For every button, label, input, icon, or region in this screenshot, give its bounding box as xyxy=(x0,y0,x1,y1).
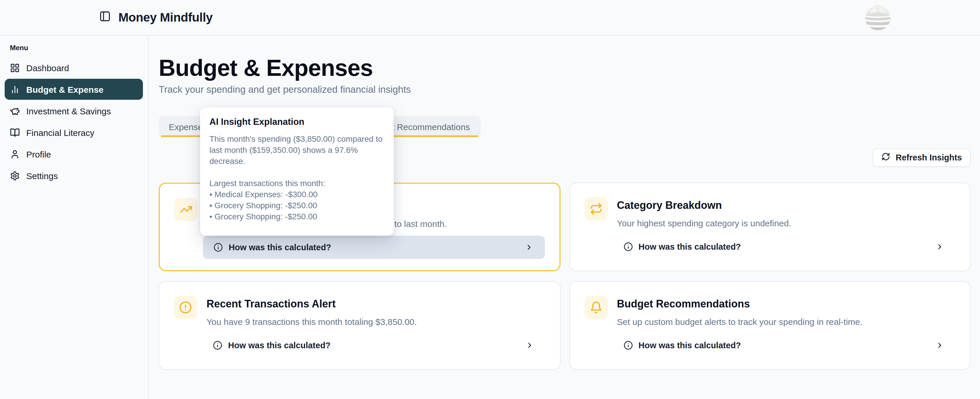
card-description: You have 9 transactions this month total… xyxy=(207,316,545,327)
info-icon xyxy=(213,341,222,350)
info-icon xyxy=(213,243,223,252)
panel-left-icon xyxy=(99,11,111,24)
refresh-icon xyxy=(882,152,891,163)
sidebar-item-dashboard[interactable]: Dashboard xyxy=(5,57,143,78)
chevron-right-icon xyxy=(525,243,533,251)
repeat-icon xyxy=(584,197,608,221)
card-category-breakdown: Category Breakdown Your highest spending… xyxy=(569,183,970,271)
how-calculated-button[interactable]: How was this calculated? xyxy=(613,235,956,258)
sidebar-item-label: Settings xyxy=(26,171,58,181)
top-header: Money Mindfully xyxy=(0,0,980,36)
info-icon xyxy=(623,341,633,350)
app-window: Money Mindfully xyxy=(0,0,980,399)
card-recent-transactions-alert: Recent Transactions Alert You have 9 tra… xyxy=(159,281,560,370)
sidebar-item-investment-savings[interactable]: Investment & Savings xyxy=(5,100,143,121)
info-icon xyxy=(623,242,633,251)
chevron-right-icon xyxy=(935,243,944,251)
how-calculated-button[interactable]: How was this calculated? xyxy=(203,236,544,259)
sidebar-item-settings[interactable]: Settings xyxy=(5,165,143,186)
card-title: Recent Transactions Alert xyxy=(207,297,545,310)
gear-icon xyxy=(10,171,20,181)
how-calculated-label: How was this calculated? xyxy=(229,243,331,252)
app-title: Money Mindfully xyxy=(118,11,213,24)
sidebar-item-label: Financial Literacy xyxy=(26,127,94,137)
card-description: Your highest spending category is undefi… xyxy=(617,218,956,229)
sidebar-item-label: Dashboard xyxy=(26,63,69,73)
trending-up-icon xyxy=(174,198,198,221)
layout-grid-icon xyxy=(10,63,20,73)
book-open-icon xyxy=(10,127,20,137)
sidebar-item-label: Budget & Expense xyxy=(26,84,103,94)
user-icon xyxy=(10,149,20,159)
sidebar-item-profile[interactable]: Profile xyxy=(5,143,143,164)
avatar[interactable] xyxy=(865,5,891,30)
refresh-insights-label: Refresh Insights xyxy=(896,153,962,162)
sidebar-section-label: Menu xyxy=(10,44,148,52)
popover-title: AI Insight Explanation xyxy=(209,117,384,127)
bell-icon xyxy=(584,296,608,319)
page-title: Budget & Expenses xyxy=(159,55,970,81)
how-calculated-button[interactable]: How was this calculated? xyxy=(613,334,956,357)
avatar-image xyxy=(865,5,891,30)
page-subtitle: Track your spending and get personalized… xyxy=(159,83,970,96)
piggy-bank-icon xyxy=(10,106,20,116)
sidebar-nav: Dashboard Budget & Expense Investment & … xyxy=(0,57,148,186)
ai-insight-popover: AI Insight Explanation This month's spen… xyxy=(200,107,394,236)
card-title: Budget Recommendations xyxy=(617,297,956,310)
card-budget-recommendations: Budget Recommendations Set up custom bud… xyxy=(569,281,970,370)
sidebar: Menu Dashboard Budget & Expense xyxy=(0,36,149,399)
bar-chart-icon xyxy=(10,84,20,94)
how-calculated-label: How was this calculated? xyxy=(228,341,331,350)
sidebar-toggle-button[interactable] xyxy=(98,11,112,24)
refresh-insights-button[interactable]: Refresh Insights xyxy=(873,148,970,167)
popover-body: This month's spending ($3,850.00) compar… xyxy=(209,134,384,222)
how-calculated-button[interactable]: How was this calculated? xyxy=(202,334,545,357)
sidebar-item-budget-expense[interactable]: Budget & Expense xyxy=(5,79,143,100)
chevron-right-icon xyxy=(935,341,944,350)
sidebar-item-label: Profile xyxy=(26,149,51,159)
chevron-right-icon xyxy=(525,341,533,350)
card-description: Set up custom budget alerts to track you… xyxy=(617,316,956,327)
sidebar-item-label: Investment & Savings xyxy=(26,106,111,116)
alert-circle-icon xyxy=(174,296,197,319)
how-calculated-label: How was this calculated? xyxy=(638,242,741,251)
card-title: Category Breakdown xyxy=(617,199,956,212)
sidebar-item-financial-literacy[interactable]: Financial Literacy xyxy=(5,122,143,143)
how-calculated-label: How was this calculated? xyxy=(638,341,741,350)
